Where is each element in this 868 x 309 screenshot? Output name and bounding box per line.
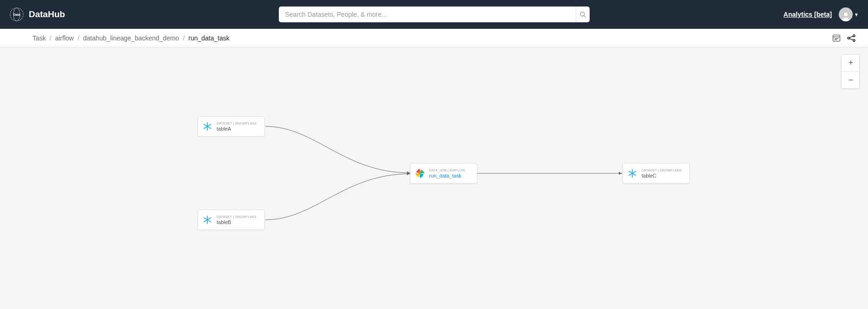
- breadcrumb-sep: /: [183, 34, 185, 42]
- zoom-controls: + −: [841, 54, 860, 89]
- breadcrumb-item-demo[interactable]: datahub_lineage_backend_demo: [83, 34, 179, 42]
- search-button[interactable]: [576, 7, 590, 22]
- breadcrumb-item-current: run_data_task: [188, 34, 230, 42]
- subheader: Task / airflow / datahub_lineage_backend…: [0, 29, 868, 47]
- breadcrumb-item-task[interactable]: Task: [32, 34, 46, 42]
- node-name-label: tableA: [217, 126, 257, 131]
- search-bar: [279, 7, 590, 22]
- svg-point-3: [580, 12, 584, 16]
- breadcrumb: Task / airflow / datahub_lineage_backend…: [32, 34, 230, 42]
- breadcrumb-sep: /: [50, 34, 51, 42]
- airflow-icon: [414, 168, 425, 179]
- app-header: Data DataHub Analytics [beta] ▼: [0, 0, 868, 29]
- lineage-view-icon[interactable]: [846, 33, 856, 43]
- node-type-label: DATASET | SNOWFLAKE: [642, 169, 682, 172]
- svg-line-13: [849, 36, 853, 37]
- node-tableA[interactable]: DATASET | SNOWFLAKE tableA: [198, 116, 265, 137]
- svg-text:Data: Data: [13, 13, 20, 16]
- detail-view-icon[interactable]: [831, 33, 842, 43]
- node-name-label: tableB: [217, 219, 257, 225]
- edge-tableA-to-task: [265, 126, 410, 173]
- zoom-out-button[interactable]: −: [842, 72, 860, 88]
- snowflake-icon: [202, 214, 213, 225]
- header-right: Analytics [beta] ▼: [784, 7, 859, 21]
- brand-name: DataHub: [29, 9, 65, 20]
- svg-line-14: [849, 38, 853, 39]
- analytics-link[interactable]: Analytics [beta]: [784, 11, 832, 18]
- snowflake-icon: [202, 121, 213, 132]
- zoom-in-button[interactable]: +: [842, 55, 860, 72]
- node-run-data-task[interactable]: DATA_JOB | AIRFLOW run_data_task: [410, 163, 477, 184]
- snowflake-icon: [627, 168, 638, 179]
- user-menu[interactable]: ▼: [839, 7, 859, 21]
- view-controls: [831, 33, 856, 43]
- lineage-canvas[interactable]: + − DATASET | SNOWFLAKE tableA DATASET |…: [0, 47, 868, 309]
- node-name-label: tableC: [642, 173, 682, 178]
- search-icon: [579, 11, 586, 18]
- logo[interactable]: Data DataHub: [9, 7, 65, 22]
- search-input[interactable]: [279, 11, 576, 18]
- svg-rect-6: [833, 35, 840, 41]
- svg-point-5: [844, 13, 848, 16]
- avatar-icon: [839, 7, 853, 21]
- node-tableB[interactable]: DATASET | SNOWFLAKE tableB: [198, 210, 265, 230]
- node-type-label: DATASET | SNOWFLAKE: [217, 122, 257, 125]
- node-name-label[interactable]: run_data_task: [429, 173, 465, 178]
- breadcrumb-sep: /: [77, 34, 79, 42]
- node-type-label: DATA_JOB | AIRFLOW: [429, 169, 465, 172]
- node-tableC[interactable]: DATASET | SNOWFLAKE tableC: [623, 163, 690, 184]
- svg-line-4: [584, 15, 585, 17]
- caret-down-icon: ▼: [854, 12, 859, 17]
- node-type-label: DATASET | SNOWFLAKE: [217, 215, 257, 218]
- datahub-logo-icon: Data: [9, 7, 24, 22]
- breadcrumb-item-airflow[interactable]: airflow: [55, 34, 74, 42]
- edge-tableB-to-task: [265, 174, 410, 220]
